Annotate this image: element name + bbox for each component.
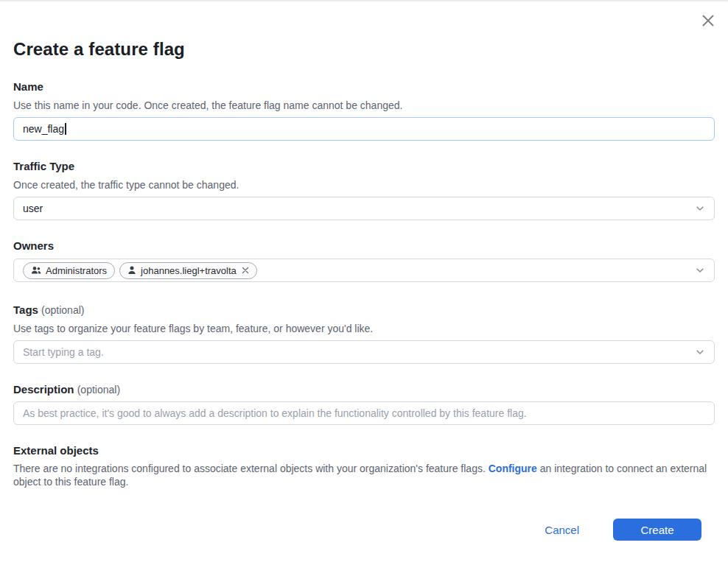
chevron-down-icon [695, 259, 705, 281]
tags-section: Tags (optional) Use tags to organize you… [13, 303, 715, 364]
tags-help-text: Use tags to organize your feature flags … [13, 321, 715, 336]
tags-placeholder: Start typing a tag. [23, 346, 104, 358]
chevron-down-icon [695, 197, 705, 219]
tags-label: Tags (optional) [13, 303, 715, 317]
cancel-button[interactable]: Cancel [545, 524, 579, 536]
external-objects-text-before: There are no integrations configured to … [13, 463, 489, 474]
external-objects-label: External objects [13, 443, 715, 458]
page-title: Create a feature flag [13, 38, 715, 60]
close-icon [700, 13, 716, 29]
owner-chip-user[interactable]: johannes.liegl+travolta [119, 262, 257, 279]
close-button[interactable] [699, 11, 718, 30]
text-cursor [65, 123, 66, 135]
owner-chip-label: Administrators [46, 265, 107, 276]
name-help-text: Use this name in your code. Once created… [13, 98, 715, 113]
owner-chips: Administrators johannes.liegl+travolta [23, 262, 257, 279]
tags-label-text: Tags [13, 303, 38, 316]
create-feature-flag-modal: Create a feature flag Name Use this name… [0, 38, 728, 541]
owners-select[interactable]: Administrators johannes.liegl+travolta [13, 259, 715, 282]
description-input[interactable]: As best practice, it's good to always ad… [13, 401, 715, 425]
remove-owner-button[interactable] [242, 267, 249, 274]
name-input[interactable]: new_flag [13, 117, 715, 141]
owner-chip-label: johannes.liegl+travolta [141, 265, 237, 276]
group-icon [31, 266, 41, 275]
name-section: Name Use this name in your code. Once cr… [13, 80, 715, 141]
name-label: Name [13, 80, 715, 94]
traffic-type-help-text: Once created, the traffic type cannot be… [13, 178, 715, 192]
description-optional-text: (optional) [77, 384, 120, 396]
tags-optional-text: (optional) [41, 304, 84, 316]
owners-label: Owners [13, 239, 715, 253]
traffic-type-section: Traffic Type Once created, the traffic t… [13, 159, 715, 220]
modal-footer: Cancel Create [13, 519, 715, 541]
description-section: Description (optional) As best practice,… [13, 382, 715, 425]
chevron-down-icon [695, 341, 705, 363]
description-label-text: Description [13, 383, 74, 396]
name-input-value: new_flag [23, 123, 64, 135]
tags-input[interactable]: Start typing a tag. [13, 340, 715, 364]
traffic-type-label: Traffic Type [13, 159, 715, 174]
create-button[interactable]: Create [613, 519, 701, 541]
description-placeholder: As best practice, it's good to always ad… [23, 407, 527, 419]
owners-section: Owners Administrators [13, 239, 715, 282]
traffic-type-selected-value: user [23, 203, 43, 214]
external-objects-section: External objects There are no integratio… [13, 443, 715, 488]
traffic-type-select[interactable]: user [13, 197, 715, 220]
modal-top-shadow [0, 0, 728, 2]
configure-link[interactable]: Configure [489, 463, 537, 474]
owner-chip-administrators[interactable]: Administrators [23, 262, 115, 279]
external-objects-text: There are no integrations configured to … [13, 462, 715, 488]
person-icon [127, 266, 136, 275]
description-label: Description (optional) [13, 382, 715, 397]
